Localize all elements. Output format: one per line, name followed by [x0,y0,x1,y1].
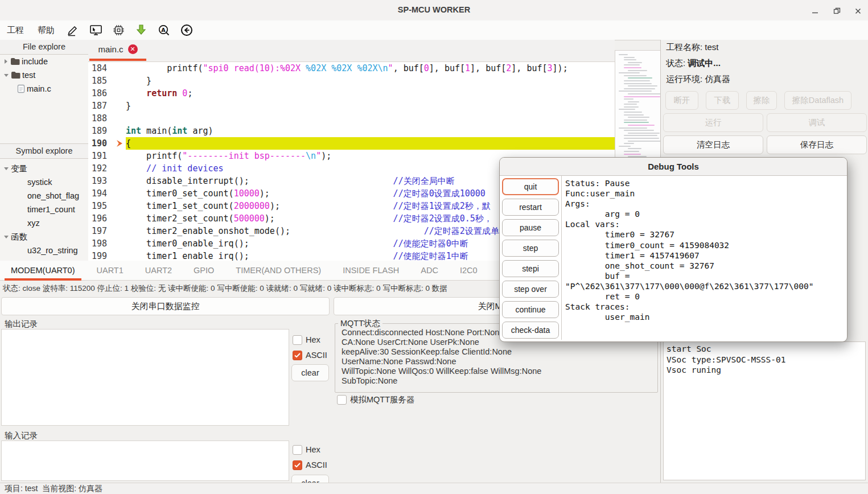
soc-log-panel[interactable]: start Soc VSoc type:SPVSOC-MSSS-01 Vsoc … [663,341,866,480]
code-line-188[interactable]: 188 [88,112,615,125]
line-number[interactable]: 190 [88,137,117,150]
code-text[interactable]: { [126,137,615,150]
erase-dataflash-button[interactable]: 擦除Dataflash [784,91,851,110]
debug-stepi-button[interactable]: stepi [502,260,559,277]
line-number[interactable]: 198 [88,237,117,250]
symbol-item-label[interactable]: timer1_count [27,205,75,214]
debug-tools-window[interactable]: Debug Tools quitrestartpausestepstepiste… [499,157,848,342]
input-record-area[interactable] [1,441,289,481]
line-number[interactable]: 185 [88,75,117,87]
peripheral-tab-i2c0[interactable]: I2C0 [449,262,488,279]
output-ascii-checkbox[interactable]: ASCII [293,349,327,361]
tree-item-mainc[interactable]: main.c [0,82,88,96]
tree-item-label[interactable]: test [22,71,35,80]
output-clear-button[interactable]: clear [291,364,329,381]
code-text[interactable]: int main(int arg) [126,125,615,137]
symbol-item[interactable]: u32_ro_string [0,244,88,257]
checkbox-unchecked[interactable] [293,335,302,345]
debug-button[interactable]: 调试 [767,113,867,132]
tree-item-include[interactable]: include [0,55,88,68]
line-number[interactable]: 189 [88,125,117,137]
symbol-item[interactable]: one_shot_flag [0,189,88,203]
symbol-item-label[interactable]: u32_ro_string [27,246,78,255]
symbol-item-label[interactable]: systick [27,178,52,187]
line-number[interactable]: 184 [88,62,117,75]
menu-project[interactable]: 工程 [0,25,31,36]
screen-monitor-icon[interactable] [88,23,103,38]
code-text[interactable]: printf("spi0 read(10):%02X %02X %02X %02… [126,62,615,75]
peripheral-tab-inside-flash[interactable]: INSIDE FLASH [332,262,410,279]
line-number[interactable]: 193 [88,175,117,187]
tab-close-icon[interactable]: ✕ [128,44,138,54]
code-line-185[interactable]: 185 } [88,75,615,87]
symbol-group-label[interactable]: 变量 [11,163,27,174]
save-log-button[interactable]: 保存日志 [767,135,867,154]
line-number[interactable]: 194 [88,187,117,200]
tree-item-label[interactable]: include [22,57,48,66]
code-text[interactable]: } [126,75,615,87]
debug-quit-button[interactable]: quit [502,178,559,195]
menu-help[interactable]: 帮助 [31,25,61,36]
peripheral-tab-adc[interactable]: ADC [410,262,449,279]
symbol-item-label[interactable]: one_shot_flag [27,191,79,200]
editor-tab-label[interactable]: main.c [98,44,123,54]
line-number[interactable]: 188 [88,112,117,125]
checkbox-unchecked[interactable] [337,395,347,405]
debug-restart-button[interactable]: restart [502,199,559,216]
chevron-down-icon[interactable] [4,74,9,77]
line-number[interactable]: 192 [88,162,117,175]
debug-step-button[interactable]: step [502,240,559,257]
editor-tab-mainc[interactable]: main.c ✕ [89,40,146,59]
code-text[interactable]: return 0; [126,87,615,100]
debug-step-over-button[interactable]: step over [502,281,559,298]
code-line-186[interactable]: 186 return 0; [88,87,615,100]
line-number[interactable]: 195 [88,200,117,212]
download-button[interactable]: 下载 [706,91,739,110]
symbol-item[interactable]: systick [0,175,88,189]
symbol-group-label[interactable]: 函数 [11,232,27,242]
line-number[interactable]: 187 [88,100,117,112]
code-line-190[interactable]: 190{ [88,137,615,150]
line-number[interactable]: 186 [88,87,117,100]
input-hex-checkbox[interactable]: Hex [293,443,320,456]
peripheral-tab-timer-and-others-[interactable]: TIMER(AND OTHERS) [225,262,332,279]
debug-continue-button[interactable]: continue [502,301,559,318]
checkbox-unchecked[interactable] [293,445,302,455]
tree-item-label[interactable]: main.c [27,84,51,93]
symbol-item[interactable]: timer1_count [0,203,88,216]
code-text[interactable]: } [126,100,615,112]
peripheral-tab-uart2[interactable]: UART2 [134,262,183,279]
close-button[interactable] [851,5,864,17]
code-line-184[interactable]: 184 printf("spi0 read(10):%02X %02X %02X… [88,62,615,75]
code-line-187[interactable]: 187} [88,100,615,112]
code-line-189[interactable]: 189int main(int arg) [88,125,615,137]
symbol-item[interactable]: xyz [0,216,88,230]
symbol-group-functions[interactable]: 函数 [0,230,88,244]
debug-pause-button[interactable]: pause [502,219,559,236]
output-record-area[interactable] [1,329,289,426]
symbol-item-label[interactable]: xyz [27,219,40,228]
chevron-right-icon[interactable] [5,59,7,64]
output-hex-checkbox[interactable]: Hex [293,334,320,346]
minimize-button[interactable] [809,5,821,17]
line-number[interactable]: 199 [88,250,117,262]
debug-check-data-button[interactable]: check-data [502,322,559,339]
disconnect-button[interactable]: 断开 [665,91,698,110]
chevron-down-icon[interactable] [4,167,9,170]
erase-button[interactable]: 擦除 [746,91,777,110]
mcu-chip-icon[interactable] [111,23,126,38]
input-ascii-checkbox[interactable]: ASCII [293,459,327,471]
code-text[interactable] [126,112,615,125]
back-icon[interactable] [179,23,194,38]
line-number[interactable]: 191 [88,150,117,162]
checkbox-checked[interactable] [293,351,302,360]
symbol-group-variables[interactable]: 变量 [0,162,88,175]
search-icon[interactable]: A [157,23,171,38]
chevron-down-icon[interactable] [4,236,9,238]
clear-log-button[interactable]: 清空日志 [663,135,763,154]
edit-pencil-icon[interactable] [65,23,80,38]
debug-tools-title[interactable]: Debug Tools [500,158,847,176]
line-number[interactable]: 196 [88,212,117,225]
line-number[interactable]: 197 [88,225,117,237]
checkbox-checked[interactable] [293,460,302,470]
